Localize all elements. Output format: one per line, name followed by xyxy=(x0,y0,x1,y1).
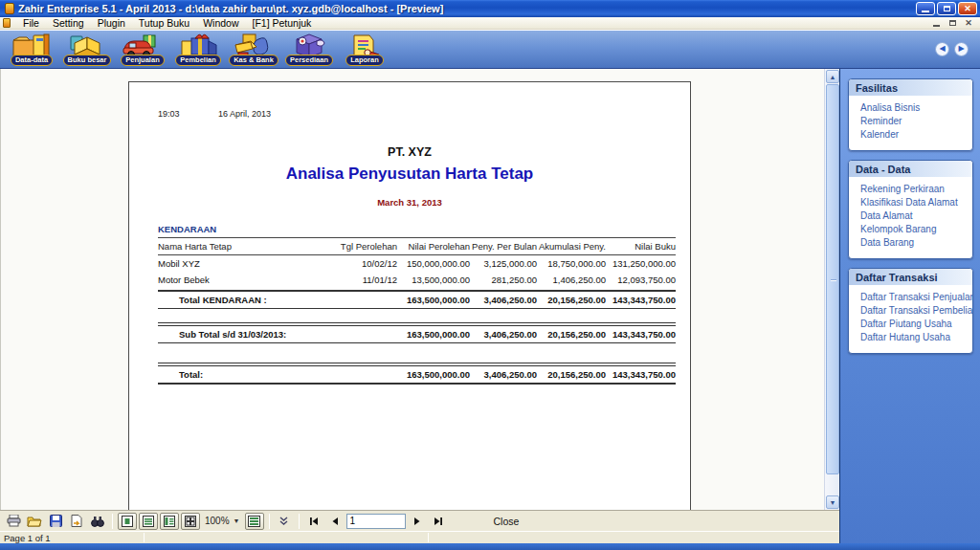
scrollbar-thumb[interactable] xyxy=(826,84,839,474)
back-button[interactable]: ◀ xyxy=(935,42,949,56)
sidebar-link-klasifikasi-data-alamat[interactable]: Klasifikasi Data Alamat xyxy=(860,196,969,209)
panel-title: Data - Data xyxy=(849,161,972,177)
sidebar-link-analisa-bisnis[interactable]: Analisa Bisnis xyxy=(860,101,969,115)
sidebar-link-daftar-piutang-usaha[interactable]: Daftar Piutang Usaha xyxy=(860,318,969,331)
view-whole-page-button[interactable] xyxy=(118,513,137,530)
scroll-to-end-button[interactable] xyxy=(275,513,294,530)
menu-setting[interactable]: Setting xyxy=(46,17,91,29)
minimize-button[interactable] xyxy=(916,2,935,15)
continuous-view-button[interactable] xyxy=(245,513,264,530)
menu-petunjuk[interactable]: [F1] Petunjuk xyxy=(246,17,319,29)
sidebar-link-daftar-transaksi-pembelian[interactable]: Daftar Transaksi Pembelian xyxy=(860,304,969,318)
menu-window[interactable]: Window xyxy=(196,17,245,29)
sidebar-link-kelompok-barang[interactable]: Kelompok Barang xyxy=(860,223,969,236)
mdi-close-button[interactable]: ✕ xyxy=(963,18,974,28)
window-title: Zahir Enterprise 5.1 - April 2013 - d:\d… xyxy=(18,3,916,14)
grand-total-block: Total: 163,500,000.00 3,406,250.00 20,15… xyxy=(158,363,676,385)
scroll-down-button[interactable]: ▼ xyxy=(826,495,839,509)
close-button[interactable]: ✕ xyxy=(958,2,977,15)
toolbar-button-data-data[interactable]: Data-data xyxy=(4,31,59,67)
whole-page-icon xyxy=(122,516,133,527)
toolbar-button-laporan[interactable]: Laporan xyxy=(337,31,392,67)
grand-total-label: Total: xyxy=(158,369,301,380)
title-bar: Zahir Enterprise 5.1 - April 2013 - d:\d… xyxy=(0,0,980,17)
preview-window: 19:03 16 April, 2013 PT. XYZ Analisa Pen… xyxy=(0,69,840,543)
main-toolbar: Data-data Buku besar Penjualan xyxy=(0,31,980,69)
toolbar-label: Data-data xyxy=(11,55,53,66)
report-date: 16 April, 2013 xyxy=(218,109,271,119)
minimize-icon xyxy=(922,11,929,12)
cell: 3,125,000.00 xyxy=(470,258,537,269)
separator xyxy=(299,514,300,529)
panel-daftar-transaksi: Daftar Transaksi Daftar Transaksi Penjua… xyxy=(848,268,973,354)
menu-tutup-buku[interactable]: Tutup Buku xyxy=(132,17,196,29)
save-button[interactable] xyxy=(46,513,65,530)
export-icon xyxy=(70,515,83,527)
subtotal-row: Sub Total s/d 31/03/2013: 163,500,000.00… xyxy=(158,326,676,343)
next-page-button[interactable] xyxy=(408,513,427,530)
cell: 163,500,000.00 xyxy=(397,295,470,305)
previous-page-icon xyxy=(330,517,340,526)
zoom-dropdown[interactable]: 100% ▼ xyxy=(202,513,243,530)
toolbar-button-persediaan[interactable]: Persediaan xyxy=(281,31,337,67)
toolbar-button-penjualan[interactable]: Penjualan xyxy=(115,31,170,67)
cell: 18,750,000.00 xyxy=(537,258,606,269)
cell: 3,406,250.00 xyxy=(470,295,537,305)
col-header: Nilai Buku xyxy=(606,241,676,252)
forward-button[interactable]: ▶ xyxy=(954,42,969,56)
sidebar-link-data-alamat[interactable]: Data Alamat xyxy=(860,209,969,223)
sidebar-link-daftar-transaksi-penjualan[interactable]: Daftar Transaksi Penjualan xyxy=(860,291,969,304)
zoom-level: 100% xyxy=(205,516,230,526)
first-page-button[interactable] xyxy=(304,513,323,530)
view-two-pages-button[interactable] xyxy=(160,513,179,530)
back-icon: ◀ xyxy=(939,45,945,53)
cell: 13,500,000.00 xyxy=(397,275,470,285)
previous-page-button[interactable] xyxy=(325,513,345,530)
view-multiple-pages-button[interactable] xyxy=(181,513,200,530)
last-page-button[interactable] xyxy=(429,513,448,530)
two-pages-icon xyxy=(164,516,175,527)
sidebar-link-data-barang[interactable]: Data Barang xyxy=(860,236,969,250)
open-button[interactable] xyxy=(25,513,44,530)
close-preview-button[interactable]: Close xyxy=(484,514,529,529)
cell: 143,343,750.00 xyxy=(606,295,676,305)
export-button[interactable] xyxy=(67,513,86,530)
panel-title: Fasilitas xyxy=(849,79,972,96)
close-icon: ✕ xyxy=(965,19,972,28)
sidebar-link-daftar-hutang-usaha[interactable]: Daftar Hutang Usaha xyxy=(860,331,969,344)
statusbar-divider xyxy=(428,533,429,542)
print-button[interactable] xyxy=(4,513,23,530)
cell: 1,406,250.00 xyxy=(537,275,606,285)
total-label: Total KENDARAAN : xyxy=(158,295,301,305)
report-meta: 19:03 16 April, 2013 xyxy=(158,109,271,119)
mdi-restore-button[interactable] xyxy=(947,18,958,28)
vertical-scrollbar[interactable]: ▲ ▼ xyxy=(824,69,839,510)
menu-file[interactable]: File xyxy=(16,17,46,29)
toolbar-button-kas-bank[interactable]: Kas & Bank xyxy=(226,31,281,67)
find-button[interactable] xyxy=(88,513,107,530)
continuous-pages-icon xyxy=(248,516,260,527)
sidebar-link-reminder[interactable]: Reminder xyxy=(860,115,969,128)
cell: 10/02/12 xyxy=(301,258,397,269)
toolbar-button-pembelian[interactable]: Pembelian xyxy=(170,31,226,67)
statusbar-divider xyxy=(144,533,145,542)
mdi-minimize-button[interactable] xyxy=(930,18,942,28)
close-icon: ✕ xyxy=(964,5,971,13)
view-page-width-button[interactable] xyxy=(139,513,158,530)
document-icon xyxy=(3,18,11,28)
panel-fasilitas: Fasilitas Analisa Bisnis Reminder Kalend… xyxy=(848,78,973,151)
sidebar-link-rekening-perkiraan[interactable]: Rekening Perkiraan xyxy=(860,183,969,196)
restore-button[interactable] xyxy=(937,2,956,15)
restore-icon xyxy=(944,6,950,11)
toolbar-label: Kas & Bank xyxy=(229,55,278,66)
double-chevron-down-icon xyxy=(278,516,289,526)
sidebar-link-kalender[interactable]: Kalender xyxy=(860,128,969,142)
open-folder-icon xyxy=(27,516,42,527)
cell: 163,500,000.00 xyxy=(397,369,470,380)
page-number-input[interactable] xyxy=(346,514,406,529)
toolbar-button-buku-besar[interactable]: Buku besar xyxy=(59,31,115,67)
col-header: Nama Harta Tetap xyxy=(158,241,301,252)
scroll-up-button[interactable]: ▲ xyxy=(826,70,839,83)
menu-plugin[interactable]: Plugin xyxy=(91,17,132,29)
page-width-icon xyxy=(143,516,154,527)
